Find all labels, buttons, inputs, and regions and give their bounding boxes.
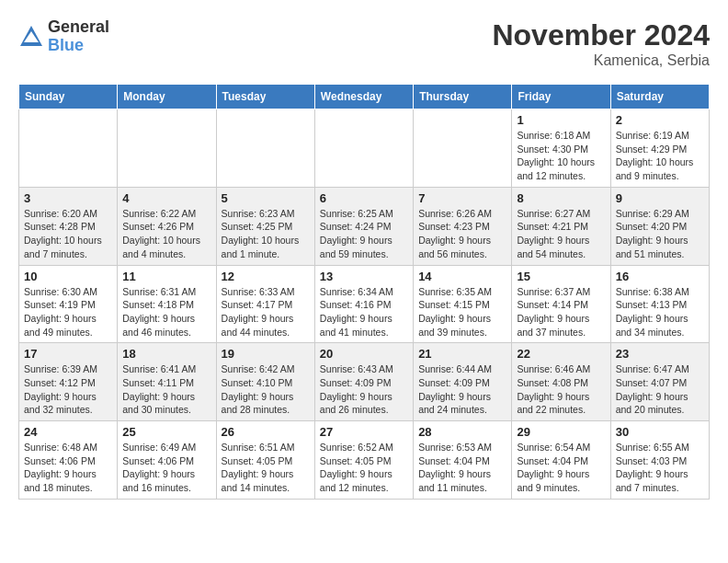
calendar-day-cell: 26Sunrise: 6:51 AM Sunset: 4:05 PM Dayli… xyxy=(216,421,314,500)
weekday-header: Sunday xyxy=(19,85,118,109)
calendar-day-cell: 11Sunrise: 6:31 AM Sunset: 4:18 PM Dayli… xyxy=(118,265,216,343)
day-number: 5 xyxy=(222,191,310,205)
day-number: 19 xyxy=(222,347,310,361)
weekday-header: Wednesday xyxy=(314,85,413,109)
day-number: 17 xyxy=(24,347,112,361)
calendar-day-cell: 30Sunrise: 6:55 AM Sunset: 4:03 PM Dayli… xyxy=(610,421,709,500)
calendar-day-cell: 21Sunrise: 6:44 AM Sunset: 4:09 PM Dayli… xyxy=(414,343,512,421)
calendar-day-cell: 19Sunrise: 6:42 AM Sunset: 4:10 PM Dayli… xyxy=(216,343,314,421)
logo-icon xyxy=(18,24,44,50)
day-number: 28 xyxy=(418,425,506,439)
calendar-day-cell: 29Sunrise: 6:54 AM Sunset: 4:04 PM Dayli… xyxy=(512,421,610,500)
weekday-header: Saturday xyxy=(610,85,709,109)
day-number: 27 xyxy=(320,425,408,439)
day-number: 2 xyxy=(616,113,704,127)
day-number: 1 xyxy=(517,113,605,127)
day-number: 14 xyxy=(418,270,506,283)
calendar-day-cell: 5Sunrise: 6:23 AM Sunset: 4:25 PM Daylig… xyxy=(216,187,314,265)
day-number: 6 xyxy=(320,191,408,205)
day-info: Sunrise: 6:49 AM Sunset: 4:06 PM Dayligh… xyxy=(122,441,210,495)
day-number: 13 xyxy=(320,270,408,283)
day-info: Sunrise: 6:39 AM Sunset: 4:12 PM Dayligh… xyxy=(24,362,112,417)
logo-text: General Blue xyxy=(48,18,109,55)
day-info: Sunrise: 6:22 AM Sunset: 4:26 PM Dayligh… xyxy=(122,207,210,261)
day-info: Sunrise: 6:26 AM Sunset: 4:23 PM Dayligh… xyxy=(418,207,506,261)
day-info: Sunrise: 6:53 AM Sunset: 4:04 PM Dayligh… xyxy=(418,441,506,495)
logo-line2: Blue xyxy=(48,37,109,55)
day-number: 21 xyxy=(418,347,506,361)
weekday-header: Thursday xyxy=(414,85,512,109)
day-info: Sunrise: 6:18 AM Sunset: 4:30 PM Dayligh… xyxy=(517,129,605,183)
day-info: Sunrise: 6:55 AM Sunset: 4:03 PM Dayligh… xyxy=(616,441,704,495)
day-number: 29 xyxy=(517,425,605,439)
day-info: Sunrise: 6:33 AM Sunset: 4:17 PM Dayligh… xyxy=(222,285,310,339)
day-info: Sunrise: 6:51 AM Sunset: 4:05 PM Dayligh… xyxy=(222,441,310,495)
calendar-week-row: 10Sunrise: 6:30 AM Sunset: 4:19 PM Dayli… xyxy=(19,265,710,343)
calendar-day-cell: 15Sunrise: 6:37 AM Sunset: 4:14 PM Dayli… xyxy=(512,265,610,343)
day-info: Sunrise: 6:41 AM Sunset: 4:11 PM Dayligh… xyxy=(122,362,210,417)
calendar-day-cell: 22Sunrise: 6:46 AM Sunset: 4:08 PM Dayli… xyxy=(512,343,610,421)
calendar-day-cell xyxy=(216,109,314,188)
calendar-week-row: 17Sunrise: 6:39 AM Sunset: 4:12 PM Dayli… xyxy=(19,343,710,421)
day-info: Sunrise: 6:29 AM Sunset: 4:20 PM Dayligh… xyxy=(616,207,704,261)
calendar-day-cell: 12Sunrise: 6:33 AM Sunset: 4:17 PM Dayli… xyxy=(216,265,314,343)
title-area: November 2024 Kamenica, Serbia xyxy=(492,18,710,69)
day-info: Sunrise: 6:31 AM Sunset: 4:18 PM Dayligh… xyxy=(122,285,210,339)
weekday-header-row: SundayMondayTuesdayWednesdayThursdayFrid… xyxy=(19,85,710,109)
calendar-day-cell: 3Sunrise: 6:20 AM Sunset: 4:28 PM Daylig… xyxy=(19,187,118,265)
calendar-day-cell: 20Sunrise: 6:43 AM Sunset: 4:09 PM Dayli… xyxy=(314,343,413,421)
calendar-day-cell: 18Sunrise: 6:41 AM Sunset: 4:11 PM Dayli… xyxy=(118,343,216,421)
calendar-week-row: 3Sunrise: 6:20 AM Sunset: 4:28 PM Daylig… xyxy=(19,187,710,265)
calendar-day-cell: 25Sunrise: 6:49 AM Sunset: 4:06 PM Dayli… xyxy=(118,421,216,500)
weekday-header: Tuesday xyxy=(216,85,314,109)
calendar-day-cell: 6Sunrise: 6:25 AM Sunset: 4:24 PM Daylig… xyxy=(314,187,413,265)
calendar-day-cell: 9Sunrise: 6:29 AM Sunset: 4:20 PM Daylig… xyxy=(610,187,709,265)
location-title: Kamenica, Serbia xyxy=(492,52,710,69)
day-number: 7 xyxy=(418,191,506,205)
calendar-day-cell: 28Sunrise: 6:53 AM Sunset: 4:04 PM Dayli… xyxy=(414,421,512,500)
calendar-day-cell: 23Sunrise: 6:47 AM Sunset: 4:07 PM Dayli… xyxy=(610,343,709,421)
day-info: Sunrise: 6:25 AM Sunset: 4:24 PM Dayligh… xyxy=(320,207,408,261)
day-info: Sunrise: 6:38 AM Sunset: 4:13 PM Dayligh… xyxy=(616,285,704,339)
day-info: Sunrise: 6:54 AM Sunset: 4:04 PM Dayligh… xyxy=(517,441,605,495)
day-number: 3 xyxy=(24,191,112,205)
calendar-day-cell: 13Sunrise: 6:34 AM Sunset: 4:16 PM Dayli… xyxy=(314,265,413,343)
day-number: 11 xyxy=(122,270,210,283)
day-number: 16 xyxy=(616,270,704,283)
day-info: Sunrise: 6:34 AM Sunset: 4:16 PM Dayligh… xyxy=(320,285,408,339)
day-info: Sunrise: 6:52 AM Sunset: 4:05 PM Dayligh… xyxy=(320,441,408,495)
calendar-day-cell: 2Sunrise: 6:19 AM Sunset: 4:29 PM Daylig… xyxy=(610,109,709,188)
day-number: 20 xyxy=(320,347,408,361)
month-title: November 2024 xyxy=(492,18,710,52)
calendar-day-cell xyxy=(118,109,216,188)
day-number: 10 xyxy=(24,270,112,283)
calendar-day-cell: 16Sunrise: 6:38 AM Sunset: 4:13 PM Dayli… xyxy=(610,265,709,343)
weekday-header: Friday xyxy=(512,85,610,109)
weekday-header: Monday xyxy=(118,85,216,109)
day-number: 26 xyxy=(222,425,310,439)
logo-line1: General xyxy=(48,18,109,37)
day-info: Sunrise: 6:27 AM Sunset: 4:21 PM Dayligh… xyxy=(517,207,605,261)
calendar-week-row: 24Sunrise: 6:48 AM Sunset: 4:06 PM Dayli… xyxy=(19,421,710,500)
calendar-day-cell xyxy=(314,109,413,188)
calendar-day-cell: 4Sunrise: 6:22 AM Sunset: 4:26 PM Daylig… xyxy=(118,187,216,265)
day-info: Sunrise: 6:30 AM Sunset: 4:19 PM Dayligh… xyxy=(24,285,112,339)
day-number: 22 xyxy=(517,347,605,361)
day-info: Sunrise: 6:19 AM Sunset: 4:29 PM Dayligh… xyxy=(616,129,704,183)
calendar-day-cell: 24Sunrise: 6:48 AM Sunset: 4:06 PM Dayli… xyxy=(19,421,118,500)
day-info: Sunrise: 6:20 AM Sunset: 4:28 PM Dayligh… xyxy=(24,207,112,261)
day-info: Sunrise: 6:23 AM Sunset: 4:25 PM Dayligh… xyxy=(222,207,310,261)
header: General Blue November 2024 Kamenica, Ser… xyxy=(18,18,710,69)
logo: General Blue xyxy=(18,18,109,55)
calendar-day-cell: 1Sunrise: 6:18 AM Sunset: 4:30 PM Daylig… xyxy=(512,109,610,188)
day-info: Sunrise: 6:42 AM Sunset: 4:10 PM Dayligh… xyxy=(222,362,310,417)
day-number: 25 xyxy=(122,425,210,439)
calendar-day-cell: 17Sunrise: 6:39 AM Sunset: 4:12 PM Dayli… xyxy=(19,343,118,421)
day-number: 24 xyxy=(24,425,112,439)
calendar-day-cell: 7Sunrise: 6:26 AM Sunset: 4:23 PM Daylig… xyxy=(414,187,512,265)
day-info: Sunrise: 6:46 AM Sunset: 4:08 PM Dayligh… xyxy=(517,362,605,417)
day-info: Sunrise: 6:48 AM Sunset: 4:06 PM Dayligh… xyxy=(24,441,112,495)
calendar-week-row: 1Sunrise: 6:18 AM Sunset: 4:30 PM Daylig… xyxy=(19,109,710,188)
day-info: Sunrise: 6:43 AM Sunset: 4:09 PM Dayligh… xyxy=(320,362,408,417)
day-info: Sunrise: 6:37 AM Sunset: 4:14 PM Dayligh… xyxy=(517,285,605,339)
